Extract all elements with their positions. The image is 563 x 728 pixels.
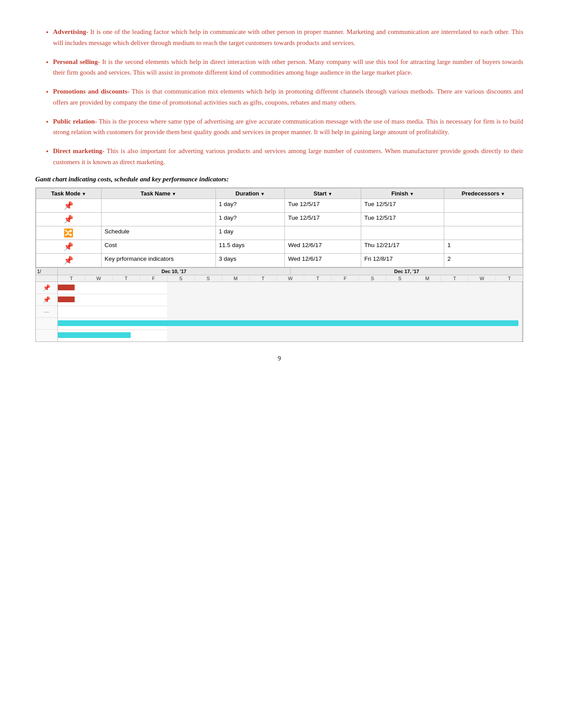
bullet-public-relation: Public relation- This is the process whe… <box>53 116 523 138</box>
table-row: 📌 Cost 11.5 days Wed 12/6/17 Thu 12/21/1… <box>36 240 523 253</box>
row-sep-3 <box>58 318 523 318</box>
weekend-shade-1 <box>167 282 523 341</box>
pred-1 <box>444 199 523 212</box>
timeline-row-icons: 📌 📌 — <box>36 282 58 341</box>
gantt-bar-row4 <box>58 320 518 326</box>
day-M-2: M <box>414 275 441 281</box>
timeline-section-2: Dec 17, '17 <box>291 268 523 275</box>
col-predecessors[interactable]: Predecessors▼ <box>444 188 523 199</box>
bullet-promotions: Promotions and discounts- This is that c… <box>53 86 523 108</box>
timeline-bars-area: 📌 📌 — <box>36 282 523 341</box>
bullet-text-2: It is the second elements which help in … <box>53 58 523 76</box>
task-name-5: Key prformance indicators <box>101 253 215 267</box>
finish-5: Fri 12/8/17 <box>361 253 444 267</box>
duration-5: 3 days <box>215 253 285 267</box>
gantt-bar-row5 <box>58 332 131 338</box>
bullet-list-section: Advertising- It is one of the leading fa… <box>35 26 523 168</box>
bullet-advertising: Advertising- It is one of the leading fa… <box>53 26 523 49</box>
main-bullets: Advertising- It is one of the leading fa… <box>35 26 523 168</box>
pred-3 <box>444 226 523 240</box>
pred-4: 1 <box>444 240 523 253</box>
col-duration[interactable]: Duration▼ <box>215 188 285 199</box>
day-T-3: T <box>249 275 277 281</box>
task-mode-1: 📌 <box>36 199 102 212</box>
task-mode-3: 🔀 <box>36 226 102 240</box>
table-row: 🔀 Schedule 1 day <box>36 226 523 240</box>
table-row: 📌 1 day? Tue 12/5/17 Tue 12/5/17 <box>36 212 523 226</box>
start-1: Tue 12/5/17 <box>285 199 361 212</box>
gantt-caption: Gantt chart indicating costs, schedule a… <box>35 176 523 183</box>
table-row: 📌 1 day? Tue 12/5/17 Tue 12/5/17 <box>36 199 523 212</box>
day-S-1: S <box>167 275 195 281</box>
tl-pin-2: 📌 <box>43 296 50 303</box>
day-S-2: S <box>195 275 222 281</box>
bullet-term-2: Personal selling- <box>53 58 100 65</box>
duration-3: 1 day <box>215 226 285 240</box>
finish-1: Tue 12/5/17 <box>361 199 444 212</box>
duration-4: 11.5 days <box>215 240 285 253</box>
pin-icon-4: 📌 <box>64 242 73 251</box>
start-4: Wed 12/6/17 <box>285 240 361 253</box>
tl-row-icon-2: 📌 <box>36 294 57 306</box>
timeline-day-corner <box>36 275 58 281</box>
day-T-2: T <box>113 275 140 281</box>
tl-row-icon-1: 📌 <box>36 282 57 294</box>
pin-icon-2: 📌 <box>64 215 73 224</box>
pred-5: 2 <box>444 253 523 267</box>
task-mode-5: 📌 <box>36 253 102 267</box>
pred-dropdown-icon[interactable]: ▼ <box>501 191 505 196</box>
col-finish[interactable]: Finish▼ <box>361 188 444 199</box>
task-name-1 <box>101 199 215 212</box>
timeline-sections: Dec 10, '17 Dec 17, '17 <box>58 268 523 275</box>
bullet-term-4: Public relation- <box>53 118 97 125</box>
timeline-right-border <box>522 282 523 341</box>
day-M-1: M <box>222 275 249 281</box>
day-T-6: T <box>496 275 523 281</box>
bullet-direct-marketing: Direct marketing- This is also important… <box>53 146 523 168</box>
pred-2 <box>444 212 523 226</box>
page-number: 9 <box>35 355 523 362</box>
start-3 <box>285 226 361 240</box>
duration-dropdown-icon[interactable]: ▼ <box>261 191 265 196</box>
timeline-date-labels: 1/ Dec 10, '17 Dec 17, '17 <box>36 268 523 275</box>
bullet-text-4: This is the process where same type of a… <box>53 118 523 136</box>
day-F-1: F <box>140 275 167 281</box>
task-name-dropdown-icon[interactable]: ▼ <box>172 191 176 196</box>
timeline-days: T W T F S S M T W T F S S M T W T <box>58 275 523 281</box>
start-5: Wed 12/6/17 <box>285 253 361 267</box>
start-dropdown-icon[interactable]: ▼ <box>328 191 333 196</box>
tl-row-icon-3: — <box>36 306 57 318</box>
row-sep-4 <box>58 330 523 330</box>
bullet-text-5: This is also important for adverting var… <box>53 147 523 165</box>
finish-dropdown-icon[interactable]: ▼ <box>409 191 414 196</box>
task-mode-dropdown-icon[interactable]: ▼ <box>82 191 86 196</box>
col-task-name[interactable]: Task Name▼ <box>101 188 215 199</box>
day-S-3: S <box>359 275 386 281</box>
day-T-4: T <box>304 275 332 281</box>
day-W-3: W <box>469 275 496 281</box>
gantt-bar-row2 <box>58 296 75 302</box>
bullet-personal-selling: Personal selling- It is the second eleme… <box>53 56 523 79</box>
row-sep-2 <box>58 306 523 306</box>
bullet-term-5: Direct marketing- <box>53 147 105 154</box>
tl-row-icon-4 <box>36 318 57 330</box>
col-task-mode[interactable]: Task Mode▼ <box>36 188 102 199</box>
table-row: 📌 Key prformance indicators 3 days Wed 1… <box>36 253 523 267</box>
bullet-term-3: Promotions and discounts- <box>53 88 129 95</box>
start-2: Tue 12/5/17 <box>285 212 361 226</box>
bullet-text-1: It is one of the leading factor which he… <box>53 28 523 46</box>
timeline-corner-label: 1/ <box>36 268 58 275</box>
timeline-section-1: Dec 10, '17 <box>58 268 291 275</box>
pin-icon-1: 📌 <box>64 201 73 210</box>
timeline-chart-area <box>58 282 523 341</box>
day-T-1: T <box>58 275 85 281</box>
col-start[interactable]: Start▼ <box>285 188 361 199</box>
task-name-3: Schedule <box>101 226 215 240</box>
day-S-4: S <box>386 275 414 281</box>
duration-2: 1 day? <box>215 212 285 226</box>
tl-dash-3: — <box>44 309 49 314</box>
timeline-day-row: T W T F S S M T W T F S S M T W T <box>36 275 523 282</box>
gantt-table: Task Mode▼ Task Name▼ Duration▼ Start▼ F… <box>36 188 523 267</box>
shuffle-icon-3: 🔀 <box>64 229 73 237</box>
tl-pin-1: 📌 <box>43 284 50 291</box>
